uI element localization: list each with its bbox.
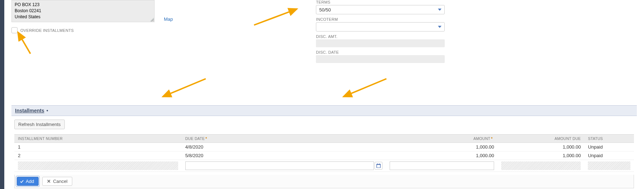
col-amount: AMOUNT* <box>386 135 498 143</box>
app-left-bar <box>0 0 4 189</box>
cell-amount: 1,000.00 <box>386 143 498 151</box>
cell-due: 5/8/2020 <box>182 151 386 160</box>
disc-amt-field <box>316 39 445 47</box>
chevron-down-icon <box>438 26 441 28</box>
cell-amount: 1,000.00 <box>386 151 498 160</box>
svg-rect-2 <box>377 164 378 165</box>
input-num-disabled <box>18 161 178 170</box>
add-row-button[interactable]: Add <box>17 177 39 186</box>
svg-rect-1 <box>377 165 380 168</box>
address-textarea[interactable]: PO BOX 123 Boston 02241 United States <box>11 0 155 22</box>
input-status-disabled <box>588 161 630 170</box>
chevron-down-icon <box>438 9 441 11</box>
cell-amount-due: 1,000.00 <box>498 151 584 160</box>
cell-num: 1 <box>14 143 182 151</box>
address-line: PO BOX 123 <box>15 2 151 8</box>
col-installment-number: INSTALLMENT NUMBER <box>14 135 182 143</box>
add-row-label: Add <box>26 179 34 184</box>
cell-status: Unpaid <box>584 143 634 151</box>
incoterm-dropdown[interactable] <box>316 22 445 32</box>
table-input-row[interactable] <box>14 160 634 172</box>
due-date-input[interactable] <box>185 161 374 170</box>
disc-date-field <box>316 55 445 63</box>
address-line: United States <box>15 14 151 20</box>
svg-rect-3 <box>379 164 380 165</box>
terms-dropdown[interactable]: 50/50 <box>316 5 445 14</box>
tab-installments[interactable]: Installments <box>15 108 44 113</box>
installments-table: INSTALLMENT NUMBER DUE DATE* AMOUNT* AMO… <box>14 134 634 172</box>
map-link[interactable]: Map <box>164 16 173 22</box>
address-line: Boston 02241 <box>15 8 151 14</box>
override-installments-checkbox[interactable] <box>11 27 18 33</box>
col-status: STATUS <box>584 135 634 143</box>
calendar-icon[interactable] <box>375 162 382 170</box>
disc-amt-label: DISC. AMT. <box>316 34 445 39</box>
incoterm-label: INCOTERM <box>316 17 445 21</box>
cell-amount-due: 1,000.00 <box>498 143 584 151</box>
col-due-date: DUE DATE* <box>182 135 386 143</box>
cell-num: 2 <box>14 151 182 160</box>
override-installments-label: OVERRIDE INSTALLMENTS <box>20 28 74 33</box>
col-amount-due: AMOUNT DUE <box>498 135 584 143</box>
cancel-row-label: Cancel <box>53 179 67 184</box>
terms-value: 50/50 <box>319 7 331 13</box>
close-icon: ✕ <box>47 179 51 184</box>
table-row[interactable]: 2 5/8/2020 1,000.00 1,000.00 Unpaid <box>14 151 634 160</box>
tab-indicator-icon: • <box>47 108 48 113</box>
cell-due: 4/8/2020 <box>182 143 386 151</box>
amount-input[interactable] <box>390 161 494 170</box>
terms-label: TERMS <box>316 0 445 4</box>
cell-status: Unpaid <box>584 151 634 160</box>
input-amount-due-disabled <box>501 161 581 170</box>
disc-date-label: DISC. DATE <box>316 50 445 54</box>
refresh-installments-button[interactable]: Refresh Installments <box>14 120 65 129</box>
table-row[interactable]: 1 4/8/2020 1,000.00 1,000.00 Unpaid <box>14 143 634 151</box>
cancel-row-button[interactable]: ✕ Cancel <box>42 177 72 186</box>
